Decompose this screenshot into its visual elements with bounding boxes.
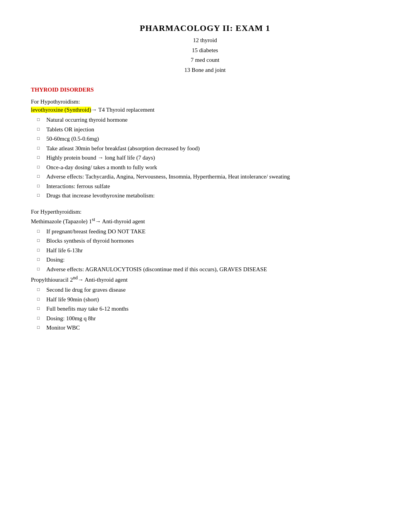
subtitle-line-2: 15 diabetes: [31, 46, 379, 56]
levo-bullet-0: Natural occurring thyroid hormone: [31, 116, 379, 124]
levo-bullet-4: Highly protein bound → long half life (7…: [31, 153, 379, 162]
methimazole-drug-desc: → Anti-thyroid agent: [95, 218, 145, 224]
methimazole-bullet-3: Dosing:: [31, 255, 379, 264]
methimazole-bullet-2: Half life 6-13hr: [31, 246, 379, 255]
ptu-bullet-3: Dosing: 100mg q 8hr: [31, 314, 379, 323]
ptu-superscript: nd: [73, 275, 78, 280]
methimazole-adverse: □ Adverse effects: AGRANULOCYTOSIS (disc…: [31, 265, 379, 274]
ptu-monitor: Monitor WBC: [31, 323, 379, 332]
hypothyroidism-label: For Hypothyroidism:: [31, 99, 379, 105]
levo-drug-desc: → T4 Thyroid replacement: [91, 107, 154, 113]
ptu-bullet-2: Full benefits may take 6-12 months: [31, 304, 379, 313]
ptu-drug-line: Propylthiouracil 2nd→ Anti-thyroid agent: [31, 275, 379, 283]
ptu-drug-name: Propylthiouracil 2: [31, 277, 73, 283]
levo-drug-name: levothyroxine (Synthroid): [31, 107, 91, 113]
methimazole-bullet-1: Blocks synthesis of thyroid hormones: [31, 236, 379, 245]
levo-bullet-5: Once-a-day dosing/ takes a month to full…: [31, 163, 379, 172]
subtitle-block: 12 thyroid 15 diabetes 7 med count 13 Bo…: [31, 36, 379, 75]
page-title: PHARMACOLOGY II: EXAM 1: [31, 23, 379, 33]
levo-bullet-3: Take atleast 30min befor breakfast (abso…: [31, 144, 379, 153]
ptu-bullet-0: Second lie drug for graves disease: [31, 286, 379, 294]
subtitle-line-3: 7 med count: [31, 55, 379, 65]
ptu-drug-desc: → Anti-thyroid agent: [78, 277, 127, 283]
ptu-bullet-1: Half life 90min (short): [31, 295, 379, 304]
levo-bullet-list: Natural occurring thyroid hormone Tablet…: [31, 116, 379, 200]
methimazole-drug-line: Methimazole (Tapazole) 1st→ Anti-thyroid…: [31, 217, 379, 225]
levo-bullet-2: 50-60mcg (0.5-0.6mg): [31, 134, 379, 143]
thyroid-section-heading: THYROID DISORDERS: [31, 87, 379, 93]
methimazole-drug-name: Methimazole (Tapazole) 1: [31, 218, 92, 224]
methimazole-bullet-list: If pregnant/breast feeding DO NOT TAKE B…: [31, 227, 379, 264]
ptu-bullet-list: Second lie drug for graves disease Half …: [31, 286, 379, 332]
hyperthyroidism-label: For Hyperthyroidism:: [31, 209, 379, 215]
subtitle-line-1: 12 thyroid: [31, 36, 379, 46]
levo-bullet-6: Adverse effects: Tachycardia, Angina, Ne…: [31, 172, 379, 181]
levo-bullet-1: Tablets OR injection: [31, 125, 379, 134]
levo-bullet-7: Interactions: ferrous sulfate: [31, 182, 379, 191]
subtitle-line-4: 13 Bone and joint: [31, 65, 379, 75]
methimazole-bullet-0: If pregnant/breast feeding DO NOT TAKE: [31, 227, 379, 236]
levo-bullet-8: Drugs that increase levothyroxine metabo…: [31, 191, 379, 200]
levo-drug-line: levothyroxine (Synthroid)→ T4 Thyroid re…: [31, 107, 379, 113]
